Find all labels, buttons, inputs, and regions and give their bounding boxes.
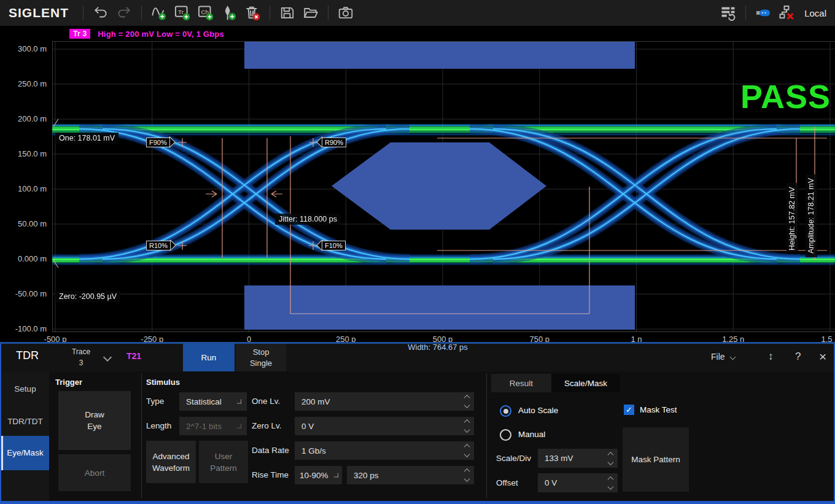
run-button[interactable]: Run <box>183 344 235 371</box>
divider <box>486 373 487 498</box>
zero-level-input[interactable]: 0 V <box>295 417 474 435</box>
local-mode-label[interactable]: Local <box>804 8 826 18</box>
scale-div-input[interactable]: 133 mV <box>538 449 618 468</box>
spin-up-icon[interactable] <box>464 468 470 475</box>
sidebar-item-tdr-tdt[interactable]: TDR/TDT <box>1 417 49 426</box>
spinner-arrows[interactable] <box>465 470 469 481</box>
spin-up-icon[interactable] <box>608 476 614 483</box>
divider <box>270 6 270 20</box>
type-label: Type <box>146 397 164 406</box>
spin-down-icon[interactable] <box>464 451 470 457</box>
stimulus-group-title: Stimulus <box>146 378 180 387</box>
spin-down-icon[interactable] <box>464 476 470 482</box>
close-button[interactable]: × <box>819 349 826 364</box>
save-button[interactable] <box>277 2 298 23</box>
y-tick-label: 200.0 m <box>0 114 47 123</box>
layout-sync-button[interactable] <box>718 2 739 23</box>
sidebar-item-eye-mask[interactable]: Eye/Mask <box>1 436 49 470</box>
app-title: TDR <box>16 349 39 362</box>
screenshot-button[interactable] <box>335 2 356 23</box>
open-button[interactable] <box>300 2 321 23</box>
mask-bottom <box>244 285 635 330</box>
tab-result[interactable]: Result <box>491 374 551 392</box>
offset-input[interactable]: 0 V <box>538 473 618 492</box>
eye-diagram-canvas[interactable] <box>52 41 835 332</box>
draw-eye-button[interactable]: Draw Eye <box>58 391 131 450</box>
help-button[interactable]: ? <box>795 351 801 363</box>
resize-button[interactable]: ↕ <box>768 351 774 363</box>
trace-selector-label: Trace <box>64 346 98 357</box>
one-level-input[interactable]: 200 mV <box>295 392 474 411</box>
tab-scale-mask[interactable]: Scale/Mask <box>551 374 620 392</box>
trigger-group-title: Trigger <box>55 378 82 387</box>
spin-down-icon[interactable] <box>608 484 614 490</box>
spin-down-icon[interactable] <box>464 427 470 433</box>
data-rate-input[interactable]: 1 Gb/s <box>295 441 474 460</box>
add-marker-icon <box>220 4 238 21</box>
spin-down-icon[interactable] <box>608 459 614 465</box>
delete-button[interactable] <box>242 2 263 23</box>
height-label: Height: 157.82 mV <box>786 183 798 254</box>
trace-selector[interactable]: Trace 3 <box>64 346 98 368</box>
eye-diagram-plot[interactable]: 300.0 m250.0 m200.0 m150.0 m100.0 m50.00… <box>0 26 835 344</box>
type-dropdown[interactable]: Statistical <box>179 392 247 411</box>
spinner-arrows[interactable] <box>465 421 469 432</box>
add-channel-button[interactable]: Ch <box>195 2 216 23</box>
chevron-down-icon <box>237 424 241 428</box>
usb-drive-icon <box>755 4 772 21</box>
eye-label: Eye <box>87 421 101 432</box>
radio-dot <box>503 409 508 414</box>
spin-up-icon[interactable] <box>464 444 470 450</box>
zero-level-field-label: Zero Lv. <box>252 421 282 430</box>
user-pattern-button[interactable]: User Pattern <box>199 441 248 483</box>
auto-scale-radio[interactable] <box>500 405 511 417</box>
add-waveform-button[interactable] <box>149 2 169 23</box>
abort-button[interactable]: Abort <box>58 454 131 491</box>
scale-div-value: 133 mV <box>545 454 573 463</box>
spin-down-icon[interactable] <box>464 402 470 408</box>
sidebar-item-setup[interactable]: Setup <box>1 384 49 394</box>
marker-f90-tag: F90% <box>146 137 174 147</box>
data-rate-value: 1 Gb/s <box>301 446 326 456</box>
usb-status-button[interactable] <box>753 2 774 23</box>
stop-single-button[interactable]: Stop Single <box>236 344 286 371</box>
rise-time-dropdown[interactable]: 10-90% <box>295 466 342 484</box>
manual-radio[interactable] <box>500 429 511 441</box>
trace-badge[interactable]: Tr 3 <box>69 29 90 39</box>
advanced-waveform-button[interactable]: Advanced Waveform <box>146 441 196 483</box>
trace-id-label[interactable]: T21 <box>126 351 141 361</box>
auto-scale-label[interactable]: Auto Scale <box>518 406 558 415</box>
spin-up-icon[interactable] <box>464 395 470 401</box>
mask-test-label[interactable]: Mask Test <box>640 405 677 414</box>
manual-label[interactable]: Manual <box>518 430 545 439</box>
spinner-arrows[interactable] <box>608 477 613 489</box>
y-tick-label: 0.000 m <box>0 254 47 263</box>
add-trace-button[interactable]: Tr <box>172 2 193 23</box>
mask-test-checkbox[interactable]: ✓ <box>624 405 634 415</box>
spinner-arrows[interactable] <box>608 452 613 464</box>
add-marker-button[interactable] <box>219 2 239 23</box>
svg-text:Tr: Tr <box>178 9 184 15</box>
undo-button[interactable] <box>90 2 111 23</box>
one-level-field-label: One Lv. <box>252 397 280 406</box>
trace-banner: Tr 3 High = 200 mV Low = 0V, 1 Gbps <box>69 28 224 39</box>
rise-time-value: 320 ps <box>354 471 379 480</box>
spinner-arrows[interactable] <box>465 445 469 457</box>
layout-sync-icon <box>720 4 737 21</box>
advanced-label: Advanced <box>152 451 189 462</box>
file-menu[interactable]: File <box>711 352 735 362</box>
r10-label: R10% <box>146 241 171 250</box>
redo-button[interactable] <box>114 2 134 23</box>
rise-time-input[interactable]: 320 ps <box>347 466 474 484</box>
open-folder-icon <box>303 5 319 21</box>
spin-up-icon[interactable] <box>464 419 470 425</box>
mask-pattern-button[interactable]: Mask Pattern <box>623 427 689 492</box>
spinner-arrows[interactable] <box>465 396 469 408</box>
network-disconnected-icon <box>778 4 795 21</box>
network-status-button[interactable] <box>776 2 797 23</box>
chevron-down-icon[interactable] <box>103 353 112 362</box>
y-tick-label: 50.00 m <box>0 219 47 228</box>
add-channel-icon: Ch <box>197 4 214 21</box>
f90-label: F90% <box>146 138 170 147</box>
spin-up-icon[interactable] <box>608 452 614 458</box>
